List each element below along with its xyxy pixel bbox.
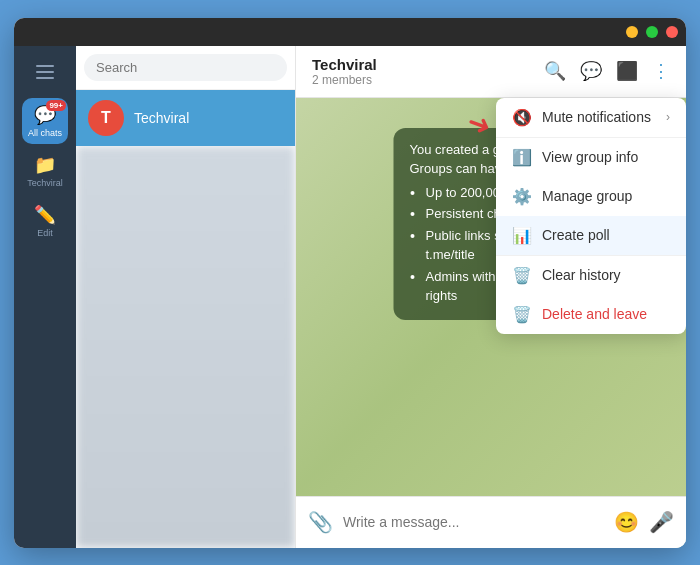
view-group-icon: ℹ️: [512, 148, 530, 167]
menu-item-clear-history[interactable]: 🗑️ Clear history: [496, 256, 686, 295]
create-poll-label: Create poll: [542, 227, 670, 243]
sidebar-item-techviral[interactable]: 📁 Techviral: [22, 148, 68, 194]
main-content: 99+ 💬 All chats 📁 Techviral ✏️ Edit T Te…: [14, 46, 686, 548]
avatar: T: [88, 100, 124, 136]
unread-badge: 99+: [46, 100, 66, 111]
chat-header-info: Techviral 2 members: [312, 56, 377, 87]
mute-icon: 🔇: [512, 108, 530, 127]
chat-header-actions: 🔍 💬 ⬛ ⋮: [544, 60, 670, 82]
menu-item-mute[interactable]: 🔇 Mute notifications ›: [496, 98, 686, 137]
mic-icon[interactable]: 🎤: [649, 510, 674, 534]
emoji-icon[interactable]: 😊: [614, 510, 639, 534]
message-input[interactable]: [343, 514, 604, 530]
sidebar: 99+ 💬 All chats 📁 Techviral ✏️ Edit: [14, 46, 76, 548]
search-icon[interactable]: 🔍: [544, 60, 566, 82]
more-options-icon[interactable]: ⋮: [652, 60, 670, 82]
menu-item-view-group[interactable]: ℹ️ View group info: [496, 138, 686, 177]
hamburger-menu[interactable]: [27, 54, 63, 90]
input-bar: 📎 😊 🎤: [296, 496, 686, 548]
delete-leave-label: Delete and leave: [542, 306, 670, 322]
attach-icon[interactable]: 📎: [308, 510, 333, 534]
sidebar-item-edit[interactable]: ✏️ Edit: [22, 198, 68, 244]
view-group-label: View group info: [542, 149, 670, 165]
techviral-label: Techviral: [27, 178, 63, 188]
menu-item-delete-leave[interactable]: 🗑️ Delete and leave: [496, 295, 686, 334]
close-button[interactable]: [666, 26, 678, 38]
mute-label: Mute notifications: [542, 109, 654, 125]
delete-leave-icon: 🗑️: [512, 305, 530, 324]
manage-group-label: Manage group: [542, 188, 670, 204]
techviral-folder-icon: 📁: [34, 154, 56, 176]
titlebar: [14, 18, 686, 46]
chat-area: Techviral 2 members 🔍 💬 ⬛ ⋮ 🔇 Mute notif…: [296, 46, 686, 548]
sidebar-item-all-chats[interactable]: 99+ 💬 All chats: [22, 98, 68, 144]
maximize-button[interactable]: [646, 26, 658, 38]
edit-label: Edit: [37, 228, 53, 238]
active-chat-name: Techviral: [134, 110, 189, 126]
chat-header: Techviral 2 members 🔍 💬 ⬛ ⋮ 🔇 Mute notif…: [296, 46, 686, 98]
reactions-icon[interactable]: 💬: [580, 60, 602, 82]
edit-icon: ✏️: [34, 204, 56, 226]
clear-history-label: Clear history: [542, 267, 670, 283]
all-chats-label: All chats: [28, 128, 62, 138]
search-bar: [76, 46, 295, 90]
menu-item-create-poll[interactable]: 📊 Create poll: [496, 216, 686, 255]
chat-list-content: [76, 146, 295, 548]
chat-panel: T Techviral: [76, 46, 296, 548]
columns-icon[interactable]: ⬛: [616, 60, 638, 82]
clear-history-icon: 🗑️: [512, 266, 530, 285]
menu-item-manage-group[interactable]: ⚙️ Manage group: [496, 177, 686, 216]
manage-group-icon: ⚙️: [512, 187, 530, 206]
chat-list: [76, 146, 295, 548]
app-window: 99+ 💬 All chats 📁 Techviral ✏️ Edit T Te…: [14, 18, 686, 548]
chat-name: Techviral: [312, 56, 377, 73]
search-input[interactable]: [84, 54, 287, 81]
chat-members: 2 members: [312, 73, 377, 87]
active-chat-item[interactable]: T Techviral: [76, 90, 295, 146]
create-poll-icon: 📊: [512, 226, 530, 245]
minimize-button[interactable]: [626, 26, 638, 38]
context-menu: 🔇 Mute notifications › ℹ️ View group inf…: [496, 98, 686, 334]
mute-arrow: ›: [666, 110, 670, 124]
